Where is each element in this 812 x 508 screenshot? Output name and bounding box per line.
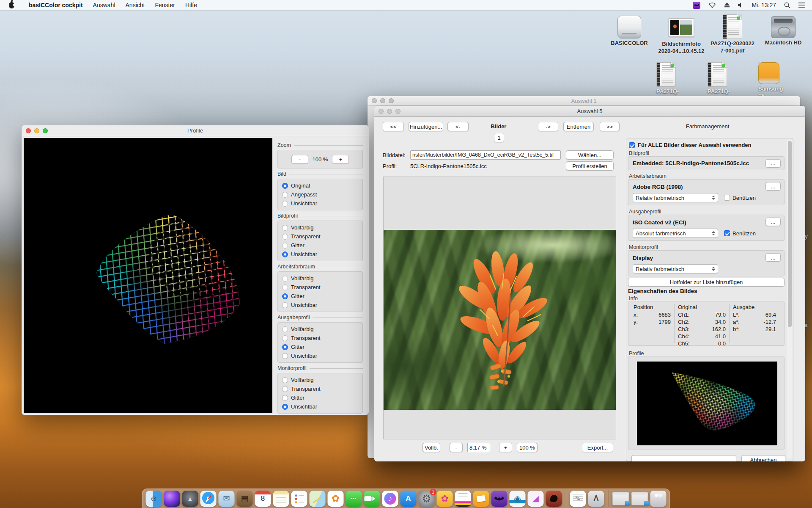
image-preview-area[interactable] xyxy=(383,177,616,439)
radio-vollfarbig[interactable]: Vollfarbig xyxy=(278,325,362,334)
profile-titlebar[interactable]: Profile xyxy=(22,125,369,136)
desktop-icon-basiccolor[interactable]: BASICCOLOR xyxy=(604,16,655,47)
minimize-icon[interactable] xyxy=(380,98,385,103)
radio-transparent[interactable]: Transparent xyxy=(278,232,362,241)
ausgabeprofil-more-button[interactable]: ... xyxy=(765,218,781,226)
benutzen-checkbox[interactable] xyxy=(724,230,730,236)
radio-unsichtbar[interactable]: Unsichtbar xyxy=(278,199,362,208)
radio-icon[interactable] xyxy=(282,353,288,359)
ausgabeprofil-benutzen[interactable]: Benützen xyxy=(724,230,756,237)
app-store-icon[interactable]: A xyxy=(401,491,417,507)
radio-vollfarbig[interactable]: Vollfarbig xyxy=(278,223,362,232)
next-image-button[interactable]: -> xyxy=(538,122,558,131)
window-thumb-icon[interactable] xyxy=(612,492,629,505)
color-pinwheel-icon[interactable]: ✿ xyxy=(437,491,453,507)
minimize-icon[interactable] xyxy=(34,128,39,133)
profile-window[interactable]: Profile xyxy=(22,125,369,415)
affinity-photo-icon[interactable]: ◢ xyxy=(528,491,544,507)
radio-vollfarbig[interactable]: Vollfarbig xyxy=(278,375,362,384)
arbeitsfarbraum-benutzen[interactable]: Benützen xyxy=(724,195,756,201)
calendar-icon[interactable]: 8 xyxy=(255,491,271,507)
radio-icon[interactable] xyxy=(282,293,288,299)
hotfolder-button[interactable]: Hotfolder zur Liste hinzufügen xyxy=(628,278,785,287)
menu-hilfe[interactable]: Hilfe xyxy=(180,2,202,8)
trash-icon[interactable] xyxy=(650,491,667,507)
radio-icon[interactable] xyxy=(282,284,288,290)
launchpad-icon[interactable]: ▲ xyxy=(182,491,198,507)
volume-icon[interactable] xyxy=(738,3,743,8)
bat-app-icon[interactable] xyxy=(491,491,508,507)
siri-icon[interactable] xyxy=(164,491,180,507)
radio-unsichtbar[interactable]: Unsichtbar xyxy=(278,351,362,360)
close-icon[interactable] xyxy=(372,98,377,103)
cockpit-bird-icon[interactable] xyxy=(546,491,562,507)
radio-icon[interactable] xyxy=(282,183,288,189)
textedit-icon[interactable]: ✎ xyxy=(570,491,586,507)
radio-icon[interactable] xyxy=(282,251,288,257)
radio-icon[interactable] xyxy=(282,404,288,410)
reminders-icon[interactable] xyxy=(291,491,307,507)
radio-icon[interactable] xyxy=(282,302,288,308)
radio-icon[interactable] xyxy=(282,335,288,341)
bilddatei-field[interactable]: nsfer/Musterbilder/IMG_0468_DxO_eciRGB_v… xyxy=(410,150,561,160)
radio-gitter[interactable]: Gitter xyxy=(278,241,362,250)
remove-image-button[interactable]: Entfernen xyxy=(563,122,594,131)
eject-icon[interactable] xyxy=(724,3,730,8)
use-for-all-checkbox[interactable] xyxy=(629,142,635,148)
create-profile-button[interactable]: Profil erstellen xyxy=(566,161,614,171)
gamut-3d-canvas[interactable] xyxy=(24,138,272,413)
radio-original[interactable]: Original xyxy=(278,181,362,190)
radio-transparent[interactable]: Transparent xyxy=(278,334,362,342)
panel-scrollbar[interactable] xyxy=(787,139,792,459)
desktop-icon-pdf3[interactable]: PA271Q- xyxy=(707,62,712,67)
menubar-app-icon[interactable] xyxy=(693,2,700,9)
zoom-window-icon[interactable] xyxy=(389,98,394,103)
minimize-icon[interactable] xyxy=(387,109,392,114)
zoom-100-button[interactable]: 100 % xyxy=(517,443,538,452)
zoom-window-icon[interactable] xyxy=(43,128,48,133)
desktop-icon-pdf2[interactable]: PA271Q-ik- xyxy=(656,62,661,67)
ausgabeprofil-intent-select[interactable]: Absolut farbmetrisch xyxy=(633,229,718,238)
add-image-button[interactable]: Hinzufügen... xyxy=(409,122,443,131)
radio-unsichtbar[interactable]: Unsichtbar xyxy=(278,250,362,259)
radio-vollfarbig[interactable]: Vollfarbig xyxy=(278,274,362,283)
monitorprofil-more-button[interactable]: ... xyxy=(765,253,781,262)
desktop-icon-macintosh-hd[interactable]: Macintosh HD xyxy=(758,16,809,47)
cmyk-printer-icon[interactable] xyxy=(455,491,471,507)
choose-file-button[interactable]: Wählen... xyxy=(566,150,614,160)
prev-image-button[interactable]: <- xyxy=(447,122,469,131)
menubar-clock[interactable]: Mi. 13:27 xyxy=(752,2,776,8)
window-thumb-icon[interactable] xyxy=(631,492,648,505)
radio-icon[interactable] xyxy=(282,386,288,392)
radio-icon[interactable] xyxy=(282,377,288,383)
facetime-icon[interactable] xyxy=(364,491,380,507)
menu-fenster[interactable]: Fenster xyxy=(150,2,180,8)
notes-icon[interactable] xyxy=(273,491,289,507)
maps-icon[interactable] xyxy=(310,491,326,507)
mail-icon[interactable]: ✉ xyxy=(219,491,235,507)
menu-auswahl[interactable]: Auswahl xyxy=(88,2,121,8)
auswahl1-titlebar[interactable]: Auswahl 1 xyxy=(368,96,800,106)
fullsize-button[interactable]: Vollb. xyxy=(422,443,440,452)
export-button[interactable]: Export... xyxy=(582,443,613,452)
cancel-button[interactable]: Abbrechen xyxy=(741,455,785,461)
last-image-button[interactable]: >> xyxy=(600,122,620,131)
diamond-app-icon[interactable]: ◈ xyxy=(510,491,526,507)
radio-icon[interactable] xyxy=(282,192,288,198)
radio-angepasst[interactable]: Angepasst xyxy=(278,190,362,199)
image-zoom-out-button[interactable]: - xyxy=(450,443,463,452)
wifi-icon[interactable] xyxy=(708,3,716,8)
itunes-icon[interactable]: ♪ xyxy=(382,491,398,507)
contacts-icon[interactable]: ▤ xyxy=(237,491,253,507)
use-for-all-row[interactable]: Für ALLE Bilder dieser Auswahl verwenden xyxy=(629,142,752,148)
radio-icon[interactable] xyxy=(282,276,288,282)
radio-icon[interactable] xyxy=(282,395,288,401)
messages-icon[interactable]: ••• xyxy=(346,491,362,507)
desktop-icon-pdf1[interactable]: PA271Q-2020022 7-001.pdf xyxy=(707,14,758,55)
measure-tool-icon[interactable]: Λ xyxy=(588,491,604,507)
radio-transparent[interactable]: Transparent xyxy=(278,283,362,292)
desktop-icon-screenshot[interactable]: Bildschirmfoto 2020-04...10.45.12 xyxy=(656,18,707,55)
zoom-out-button[interactable]: - xyxy=(291,155,308,164)
arbeitsfarbraum-more-button[interactable]: ... xyxy=(765,182,781,190)
menu-app-name[interactable]: basICColor cockpit xyxy=(24,2,88,8)
